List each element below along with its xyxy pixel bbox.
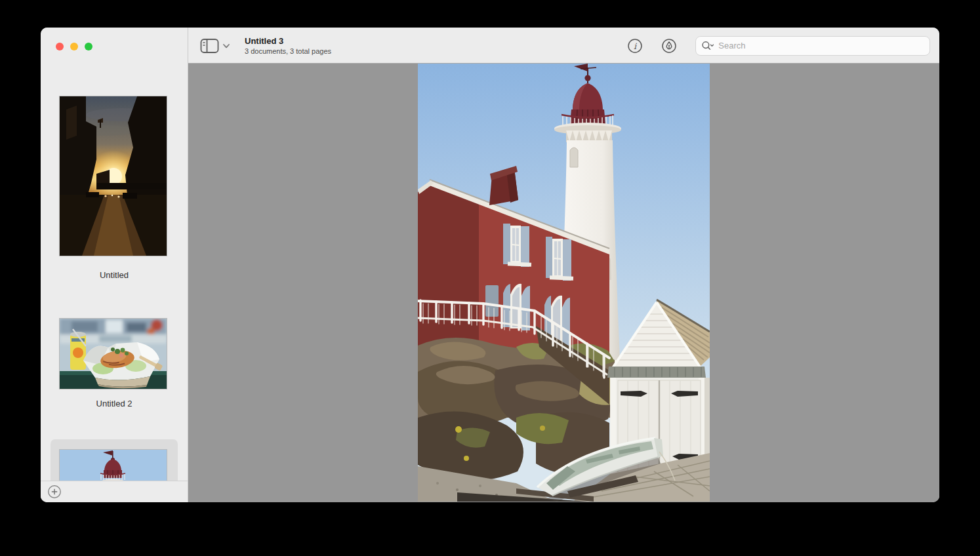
info-circle-icon: i — [627, 38, 643, 54]
thumbnail-label: Untitled — [41, 270, 188, 280]
lighthouse-photo — [418, 64, 710, 502]
preview-window: Untitled — [41, 28, 939, 502]
document-canvas — [188, 64, 939, 502]
takeout-food-photo — [60, 319, 167, 389]
chevron-down-icon — [222, 43, 230, 49]
plus-circle-icon — [47, 485, 62, 499]
lighthouse-top-photo — [60, 450, 167, 481]
thumbnail-untitled-2[interactable] — [60, 319, 167, 389]
window-title: Untitled 3 — [245, 36, 331, 47]
toolbar: Untitled 3 3 documents, 3 total pages i — [188, 28, 939, 64]
main-pane: Untitled 3 3 documents, 3 total pages i — [188, 28, 939, 502]
markup-button[interactable] — [661, 38, 677, 54]
search-field[interactable] — [695, 36, 930, 56]
thumbnail-untitled-3-selected[interactable] — [60, 450, 167, 481]
sidebar-panel-icon — [200, 38, 220, 54]
info-button[interactable]: i — [627, 38, 643, 54]
sidebar: Untitled — [41, 28, 188, 502]
window-subtitle: 3 documents, 3 total pages — [245, 47, 331, 56]
sidebar-footer — [41, 481, 188, 502]
svg-text:i: i — [634, 41, 637, 51]
sunset-street-photo — [60, 96, 167, 256]
add-document-button[interactable] — [47, 485, 62, 499]
document-thumbnail-list: Untitled — [41, 28, 188, 481]
search-icon — [701, 40, 714, 52]
sidebar-toggle-button[interactable] — [200, 38, 230, 54]
search-input[interactable] — [718, 41, 924, 50]
thumbnail-label: Untitled 2 — [41, 399, 188, 408]
thumbnail-untitled[interactable] — [60, 96, 167, 256]
document-title-block: Untitled 3 3 documents, 3 total pages — [245, 36, 331, 56]
markup-pen-icon — [661, 38, 677, 54]
